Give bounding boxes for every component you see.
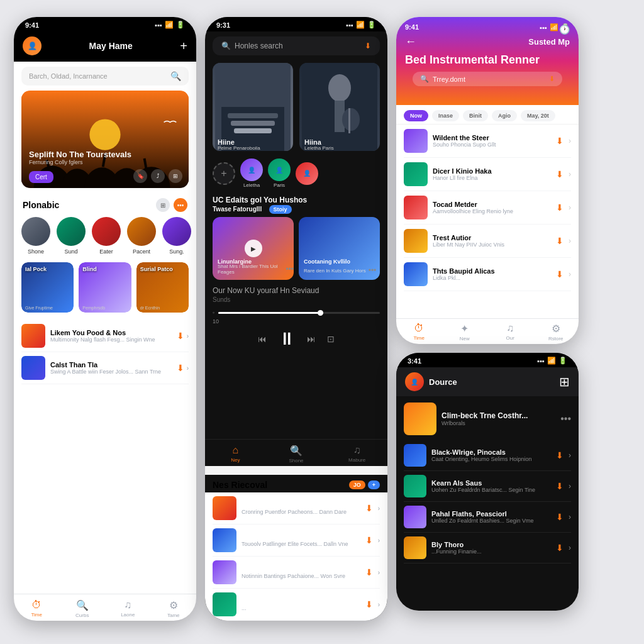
nr-dl-2[interactable]: ⬇ <box>365 535 373 545</box>
download-icon-search[interactable]: ⬇ <box>365 42 371 50</box>
circle-item-eater[interactable]: Eater <box>92 217 121 255</box>
circle-img-shone <box>21 217 50 246</box>
nr-dl-1[interactable]: ⬇ <box>365 503 373 513</box>
p3-nav-new[interactable]: ✦ New <box>442 323 488 341</box>
p3-dl-1[interactable]: ⬇ <box>556 136 564 146</box>
track-item-2[interactable]: Calst Than Tla Swing A Battle wiin Feser… <box>21 352 189 384</box>
nav-curbs[interactable]: 🔍 Curbs <box>60 599 106 618</box>
p4-dl-2[interactable]: ⬇ <box>556 481 564 491</box>
circle-item-sung[interactable]: Sung. <box>162 217 191 255</box>
p3-tab-may[interactable]: May, 20t <box>521 110 555 121</box>
prev-button[interactable]: ⏮ <box>258 334 267 344</box>
p3-nav-time[interactable]: ⏱ Time <box>396 323 442 341</box>
artist-card-hiine[interactable]: Hiine Pelme Penaroboila <box>213 63 293 151</box>
p3-back-button[interactable]: ← <box>405 35 416 48</box>
card-blind[interactable]: Blind Pemphrsdb <box>79 262 131 313</box>
card-surial[interactable]: Surial Patco dr Ecnthin <box>136 262 189 313</box>
p3-dl-4[interactable]: ⬇ <box>556 236 564 246</box>
p3-nav-rstore[interactable]: ⚙ Rstore <box>533 323 579 341</box>
p4-track-4[interactable]: Bly Thoro ...Funning Finanie... ⬇ › <box>404 533 571 564</box>
p4-track-2[interactable]: Kearn Als Saus Uohen Zu Fealdrdn Bariats… <box>404 471 571 502</box>
p4-header: 👤 Dource ⊞ <box>396 367 579 396</box>
p4-track-3[interactable]: Pahal Flaths, Peasciorl Unlled Zo Fealdr… <box>404 502 571 533</box>
p3-track-4[interactable]: Trest Autior Liber Mt Nay PIIV Juioc Vni… <box>404 225 571 258</box>
feat-card-1[interactable]: ▶ Linunlargine Shat Mrs i Bardier This U… <box>213 217 294 280</box>
user-bubble-add[interactable]: + <box>213 162 235 185</box>
p2-nav-mabure[interactable]: ♫ Mabure <box>326 445 387 464</box>
p3-search[interactable]: 🔍 Trrey.domt ⬇ <box>413 72 562 86</box>
p4-track-1[interactable]: Black-Wlrige, Pinocals Caat Orienting, H… <box>404 440 571 471</box>
more-icon[interactable]: ••• <box>174 198 187 212</box>
add-button[interactable]: + <box>180 39 187 53</box>
p3-clock-icon[interactable]: 🕐 <box>559 25 570 35</box>
track-item-1[interactable]: Likem You Pood & Nos Multimonity Nalg fl… <box>21 320 189 352</box>
circle-item-shone[interactable]: Shone <box>21 217 50 255</box>
nav-tame[interactable]: ⚙ Tame <box>151 599 197 618</box>
search-bar-1[interactable]: Barch, Oldad, Incarnance 🔍 <box>21 67 189 86</box>
p4-dl-3[interactable]: ⬇ <box>556 512 564 522</box>
story-badge[interactable]: Stoiy <box>269 205 292 214</box>
p3-dl-icon[interactable]: ⬇ <box>549 75 555 83</box>
hero-cta-button[interactable]: Cert <box>29 171 53 183</box>
section-plonabic: Plonabic ⊞ ••• <box>14 194 196 214</box>
next-button[interactable]: ⏭ <box>307 334 316 344</box>
p3-track-1[interactable]: Wildent the Steer Souho Phoncia Supo Gll… <box>404 125 571 158</box>
dots-icon-2[interactable]: ••• <box>369 266 377 275</box>
nav-icon-tame: ⚙ <box>169 599 178 611</box>
add-user-button[interactable]: + <box>213 162 235 185</box>
hero-title: Seplift No The Tourstevals <box>29 150 131 159</box>
nr-track-4[interactable]: Calos Poles & Ira You ... ⬇ › <box>213 589 380 621</box>
p4-dots-icon[interactable]: ••• <box>560 413 571 425</box>
queue-button[interactable]: ⊡ <box>327 334 335 344</box>
p3-dl-5[interactable]: ⬇ <box>556 269 564 279</box>
p3-signal: ▪▪▪ <box>540 24 547 31</box>
dots-icon-1[interactable]: ••• <box>286 265 294 274</box>
badge-plus[interactable]: + <box>368 480 380 489</box>
circle-item-pacent[interactable]: Pacent <box>127 217 156 255</box>
p3-track-2[interactable]: Dicer I Kinio Haka Hanor Lll fire Elna ⬇… <box>404 158 571 191</box>
chevron-icon-2: › <box>187 365 189 372</box>
p4-dl-1[interactable]: ⬇ <box>556 450 564 460</box>
user-bubble-1[interactable]: 👤 Leletha <box>240 158 263 188</box>
p3-nav-our[interactable]: ♫ Our <box>487 323 533 341</box>
share-icon[interactable]: ⤴ <box>151 169 165 183</box>
bookmark-icon[interactable]: 🔖 <box>133 169 147 183</box>
p4-featured[interactable]: Clim-beck Trne Costhr... Wrlborals ••• <box>396 396 579 440</box>
p3-tab-now[interactable]: Now <box>404 110 428 121</box>
nr-dl-4[interactable]: ⬇ <box>365 599 373 609</box>
filter-icon[interactable]: ⊞ <box>156 198 170 212</box>
download-icon-2[interactable]: ⬇ <box>177 363 184 373</box>
user-bubble-3[interactable]: 👤 <box>296 162 318 185</box>
p2-nav-shone[interactable]: 🔍 Shone <box>266 445 327 464</box>
feat-card-2[interactable]: Cootaning Kvllilo Rare den In Kuts Gary … <box>299 217 380 280</box>
nr-track-1[interactable]: Delpolesil Tries Rals Cronring Puentfor … <box>213 492 380 525</box>
circle-item-sund[interactable]: Sund <box>57 217 86 255</box>
nr-dl-3[interactable]: ⬇ <box>365 567 373 577</box>
nr-track-3[interactable]: Doote Fact A Tra Mistict Notinnin Bantin… <box>213 557 380 589</box>
card-ial-pock[interactable]: Ial Pock Give Fruptime <box>21 262 74 313</box>
p2-nav-ney[interactable]: ⌂ Ney <box>205 445 266 464</box>
play-button-1[interactable]: ▶ <box>245 240 262 257</box>
pause-button[interactable]: ⏸ <box>278 328 296 349</box>
grid-icon[interactable]: ⊞ <box>169 169 182 183</box>
avatar[interactable]: 👤 <box>23 36 42 55</box>
p3-tab-agio[interactable]: Agio <box>492 110 517 121</box>
p3-tab-inase[interactable]: Inase <box>432 110 459 121</box>
p3-track-5[interactable]: Thts Baupid Alicas Lidka Pkl... ⬇ › <box>404 258 571 291</box>
nav-time[interactable]: ⏱ Time <box>14 599 60 618</box>
search-bar-2[interactable]: 🔍 Honles search ⬇ <box>213 36 380 55</box>
p3-dl-3[interactable]: ⬇ <box>556 203 564 213</box>
user-bubble-2[interactable]: 👤 Paris <box>268 158 291 188</box>
p3-track-3[interactable]: Tocad Metder Aamvolloolhice Eling Renio … <box>404 191 571 225</box>
p3-tab-binit[interactable]: Binit <box>463 110 488 121</box>
nr-track-2[interactable]: Mur Lak Touoolv Patllinger Elite Focets.… <box>213 525 380 557</box>
progress-track[interactable] <box>218 312 380 314</box>
nav-laone[interactable]: ♫ Laone <box>105 599 151 618</box>
artist-card-hiina[interactable]: Hiina Leletha Paris <box>299 63 380 151</box>
p3-dl-2[interactable]: ⬇ <box>556 169 564 179</box>
p4-dl-4[interactable]: ⬇ <box>556 543 564 553</box>
download-icon-1[interactable]: ⬇ <box>177 331 184 341</box>
nr-thumb-2 <box>213 528 236 552</box>
p4-add-button[interactable]: ⊞ <box>559 374 570 389</box>
nr-thumb-3 <box>213 560 236 584</box>
